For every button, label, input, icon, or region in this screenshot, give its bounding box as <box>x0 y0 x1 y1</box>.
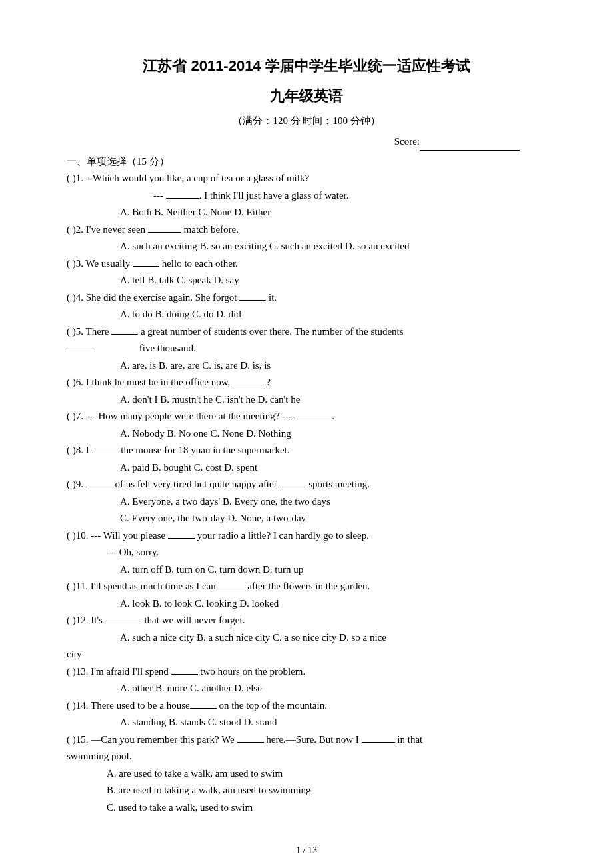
question-5: ( )5. There a great number of students o… <box>67 323 546 375</box>
blank <box>168 528 195 539</box>
blank <box>86 477 113 487</box>
question-14: ( )14. There used to be a house on the t… <box>67 697 546 731</box>
q5-stem: ( )5. There a great number of students o… <box>67 323 546 341</box>
q12-stem: ( )12. It's that we will never forget. <box>67 612 546 629</box>
q15-option-b: B. are used to taking a walk, am used to… <box>67 782 546 799</box>
blank <box>219 579 245 589</box>
q10-options: A. turn off B. turn on C. turn down D. t… <box>67 561 546 579</box>
q15-stem: ( )15. —Can you remember this park? We h… <box>67 731 546 749</box>
q2-stem: ( )2. I've never seen match before. <box>67 221 546 239</box>
q4-options: A. to do B. doing C. do D. did <box>67 306 546 323</box>
q8-options: A. paid B. bought C. cost D. spent <box>67 459 546 477</box>
q15-option-c: C. used to take a walk, used to swim <box>67 799 546 817</box>
q13-options: A. other B. more C. another D. else <box>67 680 546 697</box>
question-1: ( )1. --Which would you like, a cup of t… <box>67 170 546 221</box>
blank <box>295 409 332 419</box>
subtitle: （满分：120 分 时间：100 分钟） <box>67 113 546 130</box>
q3-stem: ( )3. We usually hello to each other. <box>67 255 546 273</box>
score-line: Score: <box>67 133 546 151</box>
score-blank <box>420 140 520 151</box>
q5-cont: five thousand. <box>67 340 546 357</box>
q11-options: A. look B. to look C. looking D. looked <box>67 595 546 613</box>
score-label: Score: <box>394 136 420 147</box>
q15-option-a: A. are used to take a walk, am used to s… <box>67 765 546 783</box>
q4-stem: ( )4. She did the exercise again. She fo… <box>67 289 546 307</box>
q14-options: A. standing B. stands C. stood D. stand <box>67 714 546 731</box>
question-15: ( )15. —Can you remember this park? We h… <box>67 731 546 817</box>
question-12: ( )12. It's that we will never forget. A… <box>67 612 546 663</box>
q6-stem: ( )6. I think he must be in the office n… <box>67 374 546 391</box>
q9-options-1: A. Everyone, a two days' B. Every one, t… <box>67 493 546 511</box>
blank <box>280 477 306 487</box>
q12-cont: city <box>67 646 546 663</box>
question-6: ( )6. I think he must be in the office n… <box>67 374 546 408</box>
q7-options: A. Nobody B. No one C. None D. Nothing <box>67 425 546 443</box>
question-11: ( )11. I'll spend as much time as I can … <box>67 578 546 612</box>
page-footer: 1 / 13 <box>67 843 546 859</box>
q1-stem-line1: ( )1. --Which would you like, a cup of t… <box>67 170 546 187</box>
question-4: ( )4. She did the exercise again. She fo… <box>67 289 546 323</box>
blank <box>171 664 198 675</box>
blank <box>148 222 181 233</box>
question-10: ( )10. --- Will you please your radio a … <box>67 527 546 579</box>
question-9: ( )9. of us felt very tired but quite ha… <box>67 476 546 527</box>
blank <box>133 256 159 267</box>
q1-stem-line2: --- . I think I'll just have a glass of … <box>67 187 546 205</box>
q11-stem: ( )11. I'll spend as much time as I can … <box>67 578 546 595</box>
blank <box>239 290 266 301</box>
question-8: ( )8. I the mouse for 18 yuan in the sup… <box>67 442 546 476</box>
q13-stem: ( )13. I'm afraid I'll spend two hours o… <box>67 663 546 681</box>
question-7: ( )7. --- How many people were there at … <box>67 408 546 442</box>
title-line-1: 江苏省 2011-2014 学届中学生毕业统一适应性考试 <box>67 53 546 78</box>
blank <box>190 698 217 709</box>
q3-options: A. tell B. talk C. speak D. say <box>67 272 546 289</box>
q1-options: A. Both B. Neither C. None D. Either <box>67 204 546 221</box>
question-3: ( )3. We usually hello to each other. A.… <box>67 255 546 289</box>
q12-options: A. such a nice city B. a such nice city … <box>67 629 546 647</box>
blank <box>67 341 93 351</box>
q2-options: A. such an exciting B. so an exciting C.… <box>67 238 546 255</box>
q10-cont: --- Oh, sorry. <box>67 544 546 561</box>
q7-stem: ( )7. --- How many people were there at … <box>67 408 546 425</box>
blank <box>105 613 142 623</box>
q6-options: A. don't I B. mustn't he C. isn't he D. … <box>67 391 546 409</box>
section-1-header: 一、单项选择（15 分） <box>67 153 546 171</box>
blank <box>166 188 199 199</box>
blank <box>237 732 264 743</box>
q15-cont: swimming pool. <box>67 748 546 765</box>
question-13: ( )13. I'm afraid I'll spend two hours o… <box>67 663 546 697</box>
question-2: ( )2. I've never seen match before. A. s… <box>67 221 546 255</box>
title-line-2: 九年级英语 <box>67 83 546 108</box>
q10-stem: ( )10. --- Will you please your radio a … <box>67 527 546 545</box>
blank <box>92 443 119 453</box>
blank <box>362 732 395 743</box>
q14-stem: ( )14. There used to be a house on the t… <box>67 697 546 715</box>
q8-stem: ( )8. I the mouse for 18 yuan in the sup… <box>67 442 546 459</box>
q9-stem: ( )9. of us felt very tired but quite ha… <box>67 476 546 493</box>
blank <box>111 324 138 335</box>
q9-options-2: C. Every one, the two-day D. None, a two… <box>67 510 546 527</box>
blank <box>233 375 266 385</box>
q5-options: A. are, is B. are, are C. is, are D. is,… <box>67 357 546 375</box>
